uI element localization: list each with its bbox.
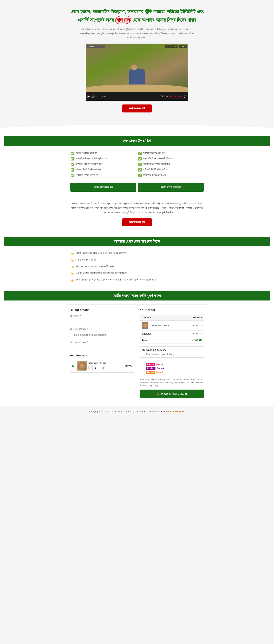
why-item-1: 👆 আমরা প্রথমত ধানটা হাওড় ও চর অঞ্চল থেক… — [70, 250, 204, 257]
check-icon-r2: ✅ — [138, 157, 142, 160]
video-container[interactable]: January 22, 2024 Watch later Share ▶ 🔊 0… — [86, 44, 188, 101]
order-table: Product Subtotal আমন ধানের লাল চাল — [140, 314, 204, 344]
order-form-title: অর্ডার করতে নিচের ফর্মটি পূরণ করুন — [4, 291, 270, 300]
benefit-right-3: ✅ হৃদরোগের ঝুঁকি কমাতে ভূমিকা রাখে — [138, 162, 204, 167]
hero-description: কিষাণপ্রেমের হাওর অঞ্চল থেকে সংগ্রহ করা … — [80, 27, 194, 40]
benefit-left-1: ✅ শরীরের অতিরিক্ত ওজন রাস — [70, 150, 136, 156]
cart-product-item: আমন ধানের লাল চাল − + ৳ 550.00 — [70, 359, 134, 372]
product-col-header: Product — [140, 314, 184, 321]
why-item-4: 👆 এর পরে ধানটাকে আমরা আমাদের মেলের মাধ্য… — [70, 270, 204, 277]
share-btn[interactable]: Share — [179, 45, 187, 48]
product-cart-price: ৳ 550.00 — [123, 364, 132, 367]
benefit-right-2: ✅ ডায়াবেটিস নিয়ন্ত্রণে কার্যকরী ভূমিকা… — [138, 156, 204, 162]
tab-amon[interactable]: আমন ধানের লাল চাল — [70, 183, 136, 192]
time-display: 0:00 / 7:56 — [96, 95, 106, 98]
why-buy-section: আমাদের থেকে কেন লাল চাল নিবেন 👆 আমরা প্র… — [0, 233, 274, 287]
check-icon-1: ✅ — [70, 152, 74, 155]
cc-icon[interactable]: CC — [161, 95, 164, 98]
qty-input[interactable] — [94, 366, 100, 370]
benefit-right-4: ✅ শরীরের ইমিউনিটি শক্তিশালী করে — [138, 167, 204, 172]
bkash-label: bKash — [156, 363, 163, 366]
check-icon-5: ✅ — [70, 174, 74, 177]
phone-label: আপনার ফোন নাম্বার * — [70, 341, 134, 344]
benefits-left-col: ✅ শরীরের অতিরিক্ত ওজন রাস ✅ ডায়াবেটিস ন… — [70, 150, 136, 178]
benefit-right-5: ✅ সারাদিনের কাজের এনার্জি দেয় — [138, 172, 204, 178]
order-product-cell: আমন ধানের লাল চাল ×1 — [140, 321, 184, 330]
video-top-controls: Watch later Share — [165, 45, 187, 48]
order-grid: Billing details আপনার নাম * আপনার সম্পূর… — [70, 308, 204, 398]
hero-title-part2: হোক আপনার আমার নিত্য দিনের খাবার — [132, 17, 196, 23]
benefits-section: লাল চালের উপকারিতা ✅ শরীরের অতিরিক্ত ওজন… — [0, 130, 274, 197]
hero-section: ওজন হ্রাসে, ডায়াবেটিস নিয়ন্ত্রণে, হৃদর… — [0, 0, 274, 121]
billing-title: Billing details — [70, 308, 134, 312]
fullscreen-icon[interactable]: ⛶ — [184, 95, 186, 98]
order-table-header: Product Subtotal — [140, 314, 204, 321]
address-group: আপনার সম্পূর্ণ ঠিকানা * — [70, 328, 134, 338]
benefits-title: লাল চালের উপকারিতা — [4, 136, 270, 146]
order-form-section: অর্ডার করতে নিচের ফর্মটি পূরণ করুন Billi… — [0, 287, 274, 406]
subtotal-label: Subtotal — [140, 330, 184, 337]
settings-icon[interactable]: ⚙ — [166, 95, 168, 98]
order-product-row: আমন ধানের লাল চাল ×1 ৳ 550.00 — [140, 321, 204, 330]
nagad-label: Nagad — [156, 371, 163, 374]
watch-later-btn[interactable]: Watch later — [165, 45, 178, 48]
product-details: আমন ধানের লাল চাল − + — [88, 362, 106, 370]
address-label: আপনার সম্পূর্ণ ঠিকানা * — [70, 328, 134, 331]
footer: Copyright © 2024 Your Business Name | Th… — [0, 406, 274, 417]
qty-increase-btn[interactable]: + — [101, 366, 106, 370]
video-controls-bar[interactable]: ▶ 🔊 0:00 / 7:56 CC ⚙ ▶ YouTube ⛶ — [86, 92, 188, 101]
name-input[interactable] — [70, 318, 134, 325]
mobile-banking-option: bKash bKash Rocket Rocket Nagad Nagad — [140, 359, 204, 376]
product-checkbox[interactable] — [72, 365, 74, 367]
hero-title-highlight: লাল চাল — [115, 16, 131, 24]
rocket-logo: Rocket — [146, 367, 156, 370]
place-order-btn[interactable]: 🔒 Place Order ৳ 550.00 — [140, 390, 204, 398]
your-products: Your Products আমন ধানের লাল চাল − + — [70, 354, 134, 372]
volume-icon[interactable]: 🔊 — [91, 95, 94, 98]
why-icon-4: 👆 — [70, 272, 74, 275]
footer-brand: Online Bd Work — [166, 410, 184, 413]
order-summary-title: Your order — [140, 308, 204, 312]
grain-pile — [86, 84, 188, 92]
order-btn-hero[interactable]: অর্ডার করতে চাই — [122, 104, 152, 112]
order-summary-col: Your order Product Subtotal — [140, 308, 204, 398]
order-btn-description[interactable]: অর্ডার করতে চাই — [122, 218, 152, 226]
heart-icon: ♥ — [160, 410, 162, 413]
video-player[interactable]: January 22, 2024 Watch later Share ▶ 🔊 0… — [86, 44, 188, 101]
footer-text: Copyright © 2024 Your Business Name | Th… — [90, 410, 160, 413]
qty-decrease-btn[interactable]: − — [88, 366, 93, 370]
product-tabs: আমন ধানের লাল চাল আউশ ধানের লাল চাল — [70, 183, 204, 192]
why-buy-title: আমাদের থেকে কেন লাল চাল নিবেন — [4, 237, 270, 246]
rocket-row: Rocket Rocket — [146, 367, 202, 370]
phone-input[interactable] — [70, 345, 134, 351]
play-icon[interactable]: ▶ — [88, 94, 90, 98]
video-controls-right: CC ⚙ ▶ YouTube ⛶ — [161, 95, 186, 98]
benefits-right-col: ✅ শরীরের অতিরিক্ত ওজন রাস ✅ ডায়াবেটিস ন… — [138, 150, 204, 178]
product-img-inner — [78, 362, 86, 370]
check-icon-r4: ✅ — [138, 168, 142, 172]
address-input[interactable] — [70, 332, 134, 338]
order-form-container: Billing details আপনার নাম * আপনার সম্পূর… — [66, 304, 208, 402]
why-item-2: 👆 তারপর ধানটাকে সিদ্ধ করি — [70, 257, 204, 264]
cod-label: Cash on delivery — [146, 348, 166, 351]
check-icon-3: ✅ — [70, 162, 74, 166]
name-label: আপনার নাম * — [70, 314, 134, 318]
quantity-control: − + — [88, 366, 106, 370]
billing-details-col: Billing details আপনার নাম * আপনার সম্পূর… — [70, 308, 134, 398]
benefit-left-3: ✅ হৃদরোগের ঝুঁকি কমাতে ভূমিকা রাখে — [70, 162, 136, 167]
description-section: আমরা সাধারণত ভাত খাই। ভাতই আমাদের প্রধান… — [0, 197, 274, 233]
video-controls-left: ▶ 🔊 0:00 / 7:56 — [88, 94, 106, 98]
tab-aus[interactable]: আউশ ধানের লাল চাল — [138, 183, 204, 192]
payment-logos: bKash bKash Rocket Rocket Nagad Nagad — [142, 363, 202, 374]
bkash-row: bKash bKash — [146, 363, 202, 366]
benefit-left-2: ✅ ডায়াবেটিস নিয়ন্ত্রণে কার্যকরী ভূমিকা… — [70, 156, 136, 162]
wave-divider-1 — [0, 121, 274, 130]
total-label: Total — [140, 337, 184, 344]
order-total-row: Total ৳ 550.00 — [140, 337, 204, 344]
benefit-left-4: ✅ শরীরের ইমিউনিটি শক্তিশালী করে — [70, 167, 136, 172]
bkash-logo: bKash — [146, 363, 155, 366]
cod-radio[interactable] — [142, 349, 145, 351]
yt-logo: ▶ YouTube — [170, 95, 182, 98]
check-icon-4: ✅ — [70, 168, 74, 172]
why-list: 👆 আমরা প্রথমত ধানটা হাওড় ও চর অঞ্চল থেক… — [70, 250, 204, 283]
